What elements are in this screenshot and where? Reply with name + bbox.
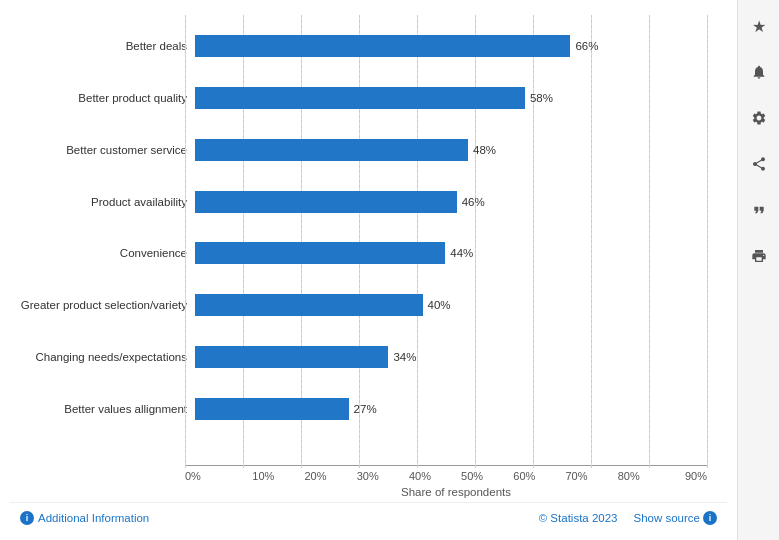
- bar-label: Convenience: [20, 247, 195, 259]
- footer-right: © Statista 2023 Show source i: [539, 511, 717, 525]
- bar-value-label: 58%: [530, 92, 553, 104]
- x-tick: 0%: [185, 470, 237, 482]
- bar-value-label: 34%: [393, 351, 416, 363]
- bar-label: Better product quality: [20, 92, 195, 104]
- bar-row: Convenience44%: [20, 235, 707, 271]
- bar-label: Product availability: [20, 196, 195, 208]
- x-tick: 70%: [550, 470, 602, 482]
- bar-row: Better customer service48%: [20, 132, 707, 168]
- x-tick: 90%: [655, 470, 707, 482]
- bar-area: 40%: [195, 287, 707, 323]
- gear-icon[interactable]: [745, 104, 773, 132]
- chart-wrapper: Better deals66%Better product quality58%…: [10, 15, 727, 498]
- bar: [195, 191, 457, 213]
- bar-label: Changing needs/expectations: [20, 351, 195, 363]
- bar-value-label: 44%: [450, 247, 473, 259]
- x-tick: 20%: [289, 470, 341, 482]
- bar-row: Changing needs/expectations34%: [20, 339, 707, 375]
- x-tick: 60%: [498, 470, 550, 482]
- additional-info-label[interactable]: Additional Information: [38, 512, 149, 524]
- bar: [195, 346, 388, 368]
- bar-area: 44%: [195, 235, 707, 271]
- share-icon[interactable]: [745, 150, 773, 178]
- bar-value-label: 46%: [462, 196, 485, 208]
- footer-left[interactable]: i Additional Information: [20, 511, 149, 525]
- bar-area: 34%: [195, 339, 707, 375]
- main-content: Better deals66%Better product quality58%…: [0, 0, 737, 540]
- bar-area: 66%: [195, 28, 707, 64]
- bar-row: Greater product selection/variety40%: [20, 287, 707, 323]
- bar-row: Better values allignment27%: [20, 391, 707, 427]
- x-axis-label: Share of respondents: [185, 486, 727, 498]
- bar-value-label: 48%: [473, 144, 496, 156]
- bar-value-label: 40%: [428, 299, 451, 311]
- x-tick: 40%: [394, 470, 446, 482]
- bar: [195, 35, 570, 57]
- bar-area: 27%: [195, 391, 707, 427]
- bar-row: Better deals66%: [20, 28, 707, 64]
- x-tick: 10%: [237, 470, 289, 482]
- bar-area: 48%: [195, 132, 707, 168]
- footer: i Additional Information © Statista 2023…: [10, 502, 727, 530]
- bar-value-label: 27%: [354, 403, 377, 415]
- x-tick: 50%: [446, 470, 498, 482]
- statista-credit: © Statista 2023: [539, 512, 618, 524]
- bar-row: Product availability46%: [20, 184, 707, 220]
- bar: [195, 139, 468, 161]
- bar: [195, 398, 349, 420]
- bar-row: Better product quality58%: [20, 80, 707, 116]
- chart-container: Better deals66%Better product quality58%…: [10, 15, 727, 465]
- bar-value-label: 66%: [575, 40, 598, 52]
- info-icon: i: [20, 511, 34, 525]
- x-tick: 30%: [342, 470, 394, 482]
- bar: [195, 242, 445, 264]
- bar-area: 46%: [195, 184, 707, 220]
- bar-label: Better customer service: [20, 144, 195, 156]
- bell-icon[interactable]: [745, 58, 773, 86]
- quote-icon[interactable]: [745, 196, 773, 224]
- show-source-button[interactable]: Show source i: [634, 511, 717, 525]
- x-tick: 80%: [603, 470, 655, 482]
- star-icon[interactable]: ★: [745, 12, 773, 40]
- bar-label: Better values allignment: [20, 403, 195, 415]
- bar: [195, 87, 525, 109]
- bar-area: 58%: [195, 80, 707, 116]
- bar: [195, 294, 423, 316]
- show-source-label[interactable]: Show source: [634, 512, 700, 524]
- x-axis: 0%10%20%30%40%50%60%70%80%90%: [185, 465, 707, 482]
- show-source-icon: i: [703, 511, 717, 525]
- bar-label: Greater product selection/variety: [20, 299, 195, 311]
- bar-label: Better deals: [20, 40, 195, 52]
- sidebar: ★: [737, 0, 779, 540]
- print-icon[interactable]: [745, 242, 773, 270]
